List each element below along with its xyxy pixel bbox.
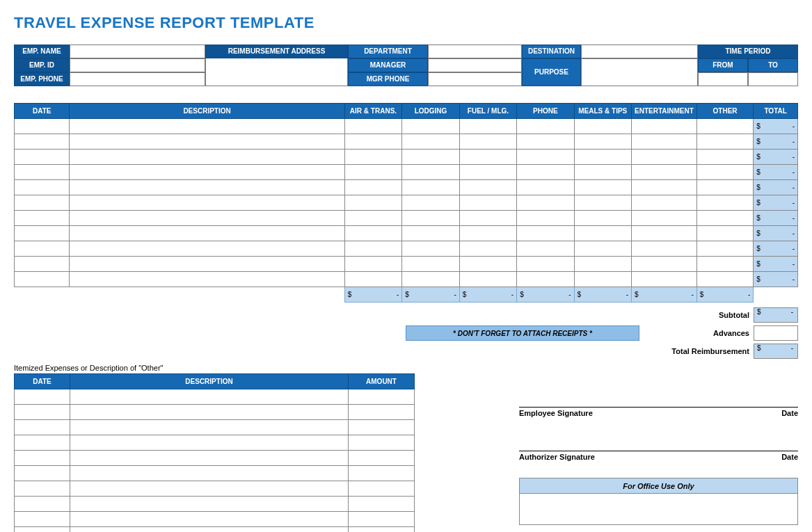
cell-input[interactable] — [517, 226, 574, 241]
cell-input[interactable] — [574, 180, 631, 195]
cell-input[interactable] — [517, 211, 574, 226]
cell-input[interactable] — [15, 272, 70, 287]
cell-input[interactable] — [632, 150, 697, 165]
cell-input[interactable] — [574, 134, 631, 150]
itemized-cell[interactable] — [15, 451, 70, 466]
cell-input[interactable] — [696, 241, 753, 257]
cell-input[interactable] — [70, 211, 344, 226]
cell-input[interactable] — [632, 241, 697, 257]
cell-input[interactable] — [344, 119, 401, 134]
cell-input[interactable] — [70, 134, 344, 150]
cell-input[interactable] — [70, 226, 344, 241]
cell-input[interactable] — [15, 241, 70, 257]
cell-input[interactable] — [459, 226, 516, 241]
cell-input[interactable] — [402, 165, 460, 180]
cell-input[interactable] — [70, 119, 344, 134]
cell-input[interactable] — [632, 180, 697, 195]
input-manager[interactable] — [428, 58, 522, 72]
input-emp-phone[interactable] — [70, 72, 205, 86]
cell-input[interactable] — [574, 150, 631, 165]
cell-input[interactable] — [632, 211, 697, 226]
itemized-cell[interactable] — [15, 481, 70, 497]
cell-input[interactable] — [517, 272, 574, 287]
cell-input[interactable] — [344, 257, 401, 272]
cell-input[interactable] — [344, 272, 401, 287]
cell-input[interactable] — [344, 226, 401, 241]
cell-input[interactable] — [696, 272, 753, 287]
itemized-cell[interactable] — [15, 389, 70, 405]
cell-input[interactable] — [344, 134, 401, 150]
cell-input[interactable] — [459, 272, 516, 287]
cell-input[interactable] — [459, 257, 516, 272]
itemized-cell[interactable] — [70, 466, 349, 481]
cell-input[interactable] — [574, 272, 631, 287]
itemized-cell[interactable] — [70, 451, 349, 466]
cell-input[interactable] — [402, 241, 460, 257]
cell-input[interactable] — [517, 195, 574, 211]
cell-input[interactable] — [574, 241, 631, 257]
cell-input[interactable] — [70, 241, 344, 257]
cell-input[interactable] — [70, 150, 344, 165]
office-use-body[interactable] — [520, 494, 797, 524]
cell-input[interactable] — [574, 211, 631, 226]
itemized-cell[interactable] — [349, 420, 415, 435]
itemized-cell[interactable] — [349, 435, 415, 451]
cell-input[interactable] — [632, 119, 697, 134]
cell-input[interactable] — [517, 241, 574, 257]
itemized-cell[interactable] — [70, 405, 349, 420]
cell-input[interactable] — [574, 165, 631, 180]
cell-input[interactable] — [574, 119, 631, 134]
input-destination[interactable] — [581, 45, 698, 58]
itemized-cell[interactable] — [70, 389, 349, 405]
itemized-cell[interactable] — [15, 527, 70, 533]
input-department[interactable] — [428, 45, 522, 58]
cell-input[interactable] — [459, 195, 516, 211]
cell-input[interactable] — [70, 165, 344, 180]
cell-input[interactable] — [574, 257, 631, 272]
cell-input[interactable] — [459, 241, 516, 257]
itemized-cell[interactable] — [15, 420, 70, 435]
cell-input[interactable] — [402, 180, 460, 195]
cell-input[interactable] — [344, 195, 401, 211]
itemized-cell[interactable] — [349, 405, 415, 420]
cell-input[interactable] — [15, 257, 70, 272]
itemized-cell[interactable] — [15, 512, 70, 527]
input-mgr-phone[interactable] — [428, 72, 522, 86]
cell-input[interactable] — [344, 241, 401, 257]
cell-input[interactable] — [517, 180, 574, 195]
cell-input[interactable] — [344, 150, 401, 165]
itemized-cell[interactable] — [70, 527, 349, 533]
cell-input[interactable] — [696, 226, 753, 241]
input-reimb-addr-2[interactable] — [205, 72, 348, 86]
cell-input[interactable] — [459, 211, 516, 226]
value-advances[interactable] — [754, 325, 798, 341]
cell-input[interactable] — [70, 180, 344, 195]
cell-input[interactable] — [344, 180, 401, 195]
cell-input[interactable] — [574, 195, 631, 211]
input-emp-name[interactable] — [70, 45, 205, 58]
cell-input[interactable] — [15, 119, 70, 134]
input-from[interactable] — [698, 72, 748, 86]
input-emp-id[interactable] — [70, 58, 205, 72]
cell-input[interactable] — [15, 150, 70, 165]
input-to[interactable] — [748, 72, 798, 86]
cell-input[interactable] — [517, 165, 574, 180]
cell-input[interactable] — [459, 119, 516, 134]
employee-signature-line[interactable]: Employee Signature Date — [519, 407, 798, 417]
cell-input[interactable] — [696, 211, 753, 226]
itemized-cell[interactable] — [70, 435, 349, 451]
cell-input[interactable] — [632, 134, 697, 150]
itemized-cell[interactable] — [15, 405, 70, 420]
cell-input[interactable] — [402, 226, 460, 241]
cell-input[interactable] — [70, 195, 344, 211]
cell-input[interactable] — [70, 272, 344, 287]
itemized-cell[interactable] — [349, 497, 415, 512]
input-purpose[interactable] — [581, 58, 698, 72]
cell-input[interactable] — [632, 257, 697, 272]
cell-input[interactable] — [15, 134, 70, 150]
itemized-cell[interactable] — [349, 481, 415, 497]
itemized-cell[interactable] — [349, 389, 415, 405]
itemized-cell[interactable] — [15, 497, 70, 512]
cell-input[interactable] — [517, 257, 574, 272]
itemized-cell[interactable] — [70, 481, 349, 497]
